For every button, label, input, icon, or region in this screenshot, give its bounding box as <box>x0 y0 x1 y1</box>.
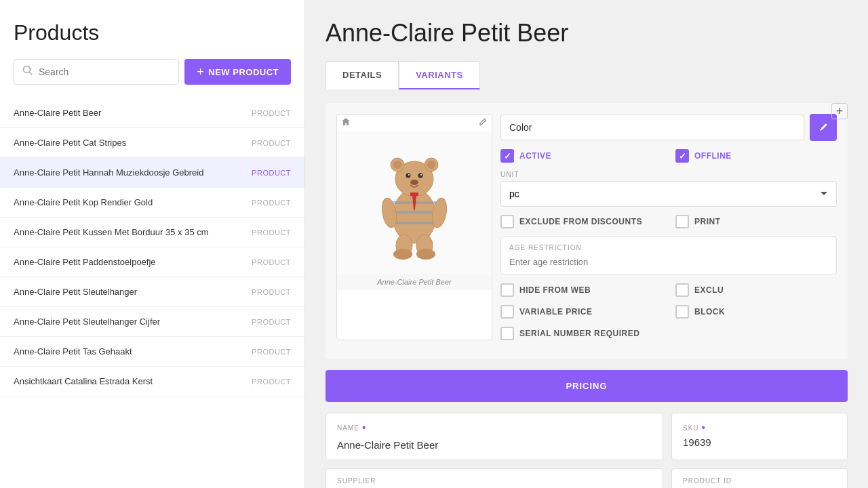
right-content: + <box>305 89 868 488</box>
product-item-name: Anne-Claire Petit Kussen Met Borduur 35 … <box>14 227 209 237</box>
list-item[interactable]: Anne-Claire Petit Sleutelhanger CijferPR… <box>0 307 304 337</box>
name-field: NAME • <box>326 413 663 460</box>
checkbox-hide-control[interactable] <box>500 283 514 297</box>
tab-details[interactable]: DETAILS <box>326 61 399 89</box>
checkbox-print[interactable]: PRINT <box>675 215 837 228</box>
checkbox-active[interactable]: ACTIVE <box>500 149 662 163</box>
svg-point-14 <box>406 174 411 178</box>
svg-rect-21 <box>410 192 418 196</box>
pricing-button[interactable]: PRICING <box>326 370 848 402</box>
checkboxes-grid-3: HIDE FROM WEB EXCLU <box>500 283 837 297</box>
list-item[interactable]: Anne-Claire Petit SleutelhangerPRODUCT <box>0 277 304 307</box>
svg-point-12 <box>393 161 401 169</box>
home-icon-button[interactable] <box>341 117 351 129</box>
variant-section: Anne-Claire Petit Beer <box>326 103 848 359</box>
checkboxes-grid-4: VARIABLE PRICE BLOCK <box>500 305 837 319</box>
add-variant-button[interactable]: + <box>831 103 848 119</box>
age-restriction-input[interactable] <box>509 257 828 267</box>
sku-label: SKU • <box>683 422 836 434</box>
list-item[interactable]: Anne-Claire Petit PaddenstoelpoefjePRODU… <box>0 247 304 277</box>
product-id-field: PRODUCT ID 19639 <box>671 468 848 488</box>
svg-point-26 <box>825 124 827 126</box>
sku-field: SKU • 19639 <box>671 413 848 460</box>
svg-point-17 <box>420 174 422 176</box>
unit-select[interactable]: pc <box>500 181 837 207</box>
product-item-badge: PRODUCT <box>252 228 291 237</box>
new-product-button[interactable]: + NEW PRODUCT <box>184 59 291 85</box>
image-toolbar <box>337 115 492 131</box>
product-item-name: Anne-Claire Petit Tas Gehaakt <box>14 346 132 357</box>
checkbox-hide-label: HIDE FROM WEB <box>519 285 591 295</box>
list-item[interactable]: Anne-Claire Petit BeerPRODUCT <box>0 98 304 128</box>
variant-controls: ACTIVE OFFLINE UNIT pc <box>500 114 837 340</box>
list-item[interactable]: Anne-Claire Petit Kussen Met Borduur 35 … <box>0 218 304 247</box>
product-item-name: Anne-Claire Petit Paddenstoelpoefje <box>14 257 156 267</box>
variant-top: Anne-Claire Petit Beer <box>336 114 837 340</box>
checkbox-hide-web[interactable]: HIDE FROM WEB <box>500 283 662 297</box>
sku-required-indicator: • <box>702 422 707 434</box>
checkbox-variable-price[interactable]: VARIABLE PRICE <box>500 305 662 319</box>
checkbox-exclude-discounts[interactable]: EXCLUDE FROM DISCOUNTS <box>500 215 662 228</box>
name-input[interactable] <box>337 439 652 451</box>
edit-icon-button[interactable] <box>478 117 488 129</box>
checkbox-exclu-label: EXCLU <box>694 285 724 295</box>
checkbox-block-control[interactable] <box>675 305 689 319</box>
checkbox-serial[interactable]: SERIAL NUMBER REQUIRED <box>500 327 837 340</box>
svg-point-15 <box>418 174 423 178</box>
unit-value: pc <box>509 188 519 199</box>
left-header: Products + NEW PRODUCT <box>0 0 304 98</box>
list-item[interactable]: Anne-Claire Petit Kop Rendier GoldPRODUC… <box>0 188 304 218</box>
checkbox-exclude-control[interactable] <box>500 215 514 228</box>
svg-point-16 <box>408 174 410 176</box>
image-container: Anne-Claire Petit Beer <box>336 114 492 340</box>
fields-row-1: NAME • SKU • 19639 <box>326 413 848 460</box>
checkbox-serial-control[interactable] <box>500 327 514 340</box>
product-item-badge: PRODUCT <box>252 288 291 296</box>
list-item[interactable]: Anne-Claire Petit Tas GehaaktPRODUCT <box>0 337 304 367</box>
checkbox-print-control[interactable] <box>675 215 689 228</box>
product-item-name: Anne-Claire Petit Cat Stripes <box>14 138 126 148</box>
product-item-name: Anne-Claire Petit Sleutelhanger Cijfer <box>14 317 160 327</box>
checkbox-offline-label: OFFLINE <box>694 151 732 161</box>
product-item-name: Anne-Claire Petit Hannah Muziekdoosje Ge… <box>14 167 203 178</box>
search-input[interactable] <box>33 60 170 84</box>
left-panel: Products + NEW PRODUCT Anne-Claire Petit… <box>0 0 305 488</box>
supplier-field: SUPPLIER None selected <box>326 468 663 488</box>
checkboxes-grid-2: EXCLUDE FROM DISCOUNTS PRINT <box>500 215 837 228</box>
right-header: Anne-Claire Petit Beer DETAILS VARIANTS <box>305 0 868 89</box>
checkbox-exclu-control[interactable] <box>675 283 689 297</box>
product-item-badge: PRODUCT <box>252 169 291 177</box>
checkbox-block-label: BLOCK <box>694 307 725 317</box>
required-indicator: • <box>362 422 367 434</box>
product-id-label: PRODUCT ID <box>683 477 836 485</box>
supplier-label: SUPPLIER <box>337 477 652 485</box>
list-item[interactable]: Anne-Claire Petit Cat StripesPRODUCT <box>0 128 304 158</box>
unit-row: UNIT pc <box>500 171 837 207</box>
tab-variants[interactable]: VARIANTS <box>399 61 479 89</box>
checkbox-active-control[interactable] <box>500 149 514 163</box>
checkbox-exclu[interactable]: EXCLU <box>675 283 837 297</box>
svg-point-13 <box>427 161 435 169</box>
product-item-name: Ansichtkaart Catalina Estrada Kerst <box>14 376 153 386</box>
color-input[interactable] <box>500 115 804 140</box>
list-item[interactable]: Ansichtkaart Catalina Estrada KerstPRODU… <box>0 367 304 396</box>
checkbox-variable-label: VARIABLE PRICE <box>519 307 592 317</box>
svg-line-1 <box>30 73 33 75</box>
checkbox-offline[interactable]: OFFLINE <box>675 149 837 163</box>
svg-point-24 <box>393 249 412 260</box>
checkbox-variable-control[interactable] <box>500 305 514 319</box>
product-list: Anne-Claire Petit BeerPRODUCTAnne-Claire… <box>0 98 304 488</box>
checkbox-active-label: ACTIVE <box>519 151 551 161</box>
checkbox-serial-label: SERIAL NUMBER REQUIRED <box>519 329 639 338</box>
product-item-badge: PRODUCT <box>252 109 291 117</box>
color-row <box>500 114 837 141</box>
fields-row-2: SUPPLIER None selected PRODUCT ID 19639 <box>326 468 848 488</box>
checkbox-exclude-label: EXCLUDE FROM DISCOUNTS <box>519 217 642 226</box>
age-restriction-field: AGE RESTRICTION <box>500 237 837 275</box>
list-item[interactable]: Anne-Claire Petit Hannah Muziekdoosje Ge… <box>0 158 304 188</box>
checkbox-offline-control[interactable] <box>675 149 689 163</box>
checkbox-print-label: PRINT <box>694 217 721 226</box>
page-title: Products <box>14 20 291 45</box>
svg-point-25 <box>416 249 435 260</box>
checkbox-block[interactable]: BLOCK <box>675 305 837 319</box>
